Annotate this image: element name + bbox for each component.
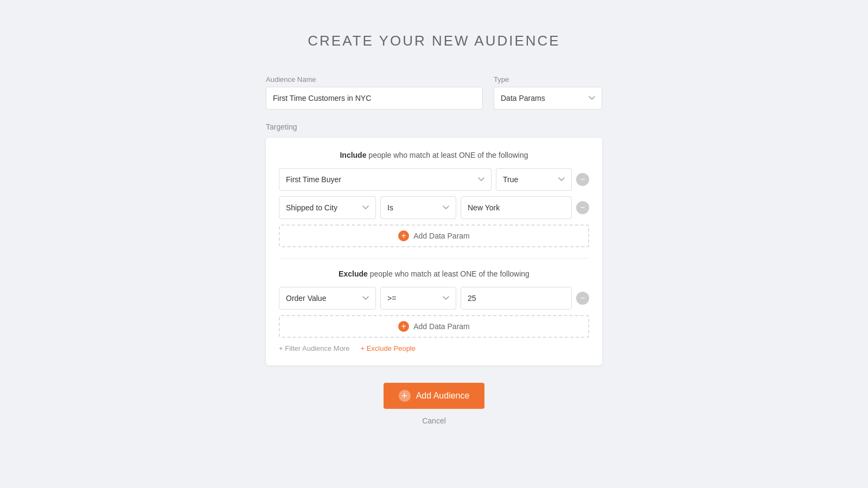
- audience-name-input[interactable]: [266, 87, 483, 110]
- page-container: CREATE YOUR NEW AUDIENCE Audience Name T…: [266, 33, 602, 425]
- include-add-param-btn[interactable]: + Add Data Param: [279, 224, 589, 247]
- include-row1-remove-btn[interactable]: −: [576, 173, 589, 186]
- include-add-param-label: Add Data Param: [413, 232, 470, 240]
- exclude-people-btn[interactable]: + Exclude People: [360, 344, 416, 352]
- filter-audience-more-btn[interactable]: + Filter Audience More: [279, 344, 349, 352]
- add-audience-button[interactable]: + Add Audience: [384, 383, 485, 409]
- targeting-box: Include people who match at least ONE of…: [266, 138, 602, 365]
- form-section: Audience Name Type Data Params Custom Lo…: [266, 75, 602, 365]
- include-row2-remove-btn[interactable]: −: [576, 201, 589, 214]
- include-row2-param-wrapper: First Time Buyer Shipped to City Order V…: [279, 196, 376, 219]
- exclude-rest: people who match at least ONE of the fol…: [368, 269, 529, 278]
- include-row1-param-select[interactable]: First Time Buyer Shipped to City Order V…: [279, 168, 492, 191]
- exclude-row1-value-input[interactable]: [461, 287, 572, 310]
- section-divider: [279, 258, 589, 259]
- include-row1-param-wrapper: First Time Buyer Shipped to City Order V…: [279, 168, 492, 191]
- add-audience-icon: +: [399, 390, 411, 402]
- footer-links: + Filter Audience More + Exclude People: [279, 344, 589, 352]
- include-row2-value-input[interactable]: [461, 196, 572, 219]
- targeting-section: Targeting Include people who match at le…: [266, 123, 602, 365]
- targeting-label: Targeting: [266, 123, 602, 131]
- audience-name-group: Audience Name: [266, 75, 483, 110]
- exclude-bold: Exclude: [339, 269, 368, 278]
- include-header: Include people who match at least ONE of…: [279, 151, 589, 159]
- exclude-row1-remove-btn[interactable]: −: [576, 292, 589, 305]
- include-row1-operator-wrapper: True False: [496, 168, 572, 191]
- exclude-add-param-label: Add Data Param: [413, 322, 470, 331]
- top-form-row: Audience Name Type Data Params Custom Lo…: [266, 75, 602, 110]
- exclude-add-param-btn[interactable]: + Add Data Param: [279, 315, 589, 338]
- exclude-add-param-icon: +: [398, 321, 409, 332]
- include-rest: people who match at least ONE of the fol…: [366, 151, 528, 159]
- include-bold: Include: [340, 151, 366, 159]
- include-row-1: First Time Buyer Shipped to City Order V…: [279, 168, 589, 191]
- include-row1-operator-select[interactable]: True False: [496, 168, 572, 191]
- include-add-param-icon: +: [398, 230, 409, 241]
- include-row2-param-select[interactable]: First Time Buyer Shipped to City Order V…: [279, 196, 376, 219]
- exclude-row1-param-wrapper: First Time Buyer Shipped to City Order V…: [279, 287, 376, 310]
- type-group: Type Data Params Custom Lookalike: [494, 75, 602, 110]
- include-row-2: First Time Buyer Shipped to City Order V…: [279, 196, 589, 219]
- exclude-row-1: First Time Buyer Shipped to City Order V…: [279, 287, 589, 310]
- page-title: CREATE YOUR NEW AUDIENCE: [266, 33, 602, 49]
- type-label: Type: [494, 75, 602, 84]
- include-row2-operator-select[interactable]: Is Is Not Contains: [380, 196, 456, 219]
- exclude-row1-operator-wrapper: Is Is Not >= <=: [380, 287, 456, 310]
- exclude-row1-operator-select[interactable]: Is Is Not >= <=: [380, 287, 456, 310]
- type-select-wrapper: Data Params Custom Lookalike: [494, 87, 602, 110]
- exclude-header: Exclude people who match at least ONE of…: [279, 269, 589, 278]
- audience-name-label: Audience Name: [266, 75, 483, 84]
- add-audience-label: Add Audience: [416, 391, 470, 401]
- actions: + Add Audience Cancel: [266, 383, 602, 425]
- include-row2-operator-wrapper: Is Is Not Contains: [380, 196, 456, 219]
- cancel-button[interactable]: Cancel: [422, 416, 446, 425]
- exclude-row1-param-select[interactable]: First Time Buyer Shipped to City Order V…: [279, 287, 376, 310]
- type-select[interactable]: Data Params Custom Lookalike: [494, 87, 602, 110]
